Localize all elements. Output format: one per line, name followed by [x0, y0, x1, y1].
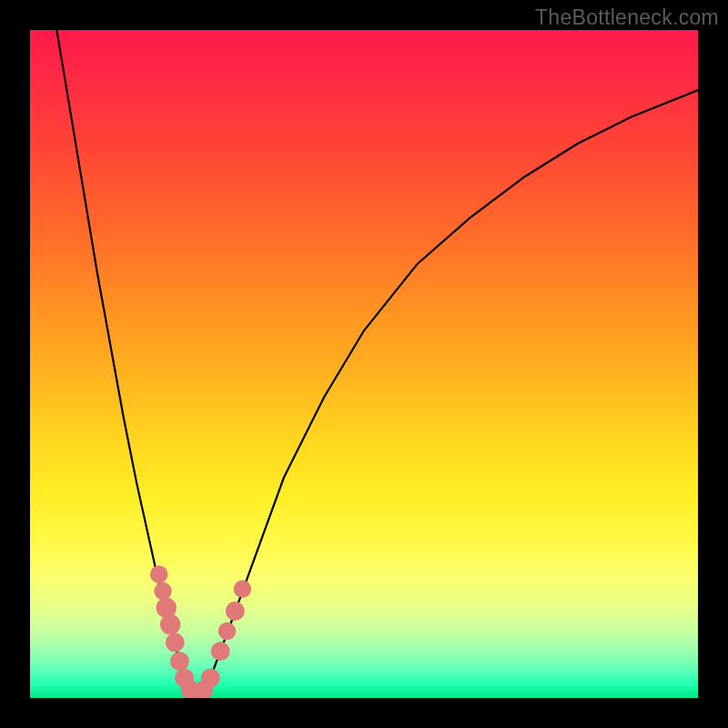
highlight-point: [201, 669, 220, 688]
highlight-point: [234, 581, 252, 599]
highlight-point: [160, 614, 180, 634]
highlight-point: [154, 582, 172, 601]
attribution-label: TheBottleneck.com: [535, 5, 719, 30]
highlight-point: [226, 602, 245, 621]
chart-frame: TheBottleneck.com: [0, 0, 728, 728]
highlight-point: [218, 622, 237, 641]
highlight-markers: [150, 565, 251, 698]
highlight-point: [170, 652, 189, 671]
bottleneck-curve: [56, 30, 698, 698]
curve-layer: [30, 30, 698, 698]
plot-area: [30, 30, 698, 698]
highlight-point: [150, 565, 168, 583]
highlight-point: [166, 633, 185, 652]
highlight-point: [211, 642, 230, 661]
